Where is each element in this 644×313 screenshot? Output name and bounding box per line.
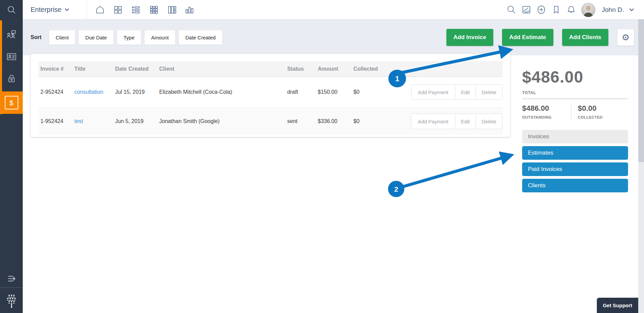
gear-icon: ⚙	[622, 33, 629, 42]
nav-paid-invoices-button[interactable]: Paid Invoices	[522, 162, 628, 176]
filter-band: Sort Client Due Date Type Amount Date Cr…	[23, 19, 644, 55]
column-header-amount: Amount	[316, 66, 351, 72]
sidebar-divider	[0, 288, 23, 288]
outstanding-label: OUTSTANDING	[522, 115, 571, 119]
sidebar-item-payments[interactable]: $	[0, 91, 23, 114]
outstanding-value: $486.00	[522, 104, 571, 113]
invoices-table: Invoice # Title Date Created Client Stat…	[31, 54, 510, 137]
summary-divider	[522, 98, 628, 100]
sort-bar: Sort Client Due Date Type Amount Date Cr…	[31, 30, 222, 45]
cell-client: Jonathan Smith (Google)	[157, 118, 285, 124]
sidebar-expand-button[interactable]	[0, 271, 23, 287]
sort-by-date-created-button[interactable]: Date Created	[179, 30, 222, 45]
get-support-button[interactable]: Get Support	[597, 298, 638, 313]
summary-nav: Invoices Estimates Paid Invoices Clients	[522, 130, 628, 192]
payments-icon: $	[5, 96, 18, 109]
search-icon[interactable]	[507, 5, 516, 15]
workspace-dropdown[interactable]: Enterprise	[31, 0, 69, 19]
add-payment-button[interactable]: Add Payment	[411, 85, 455, 100]
add-estimate-button[interactable]: Add Estimate	[502, 29, 553, 46]
cell-invoice-number: 1-952424	[38, 118, 72, 124]
cell-invoice-number: 2-952424	[38, 89, 72, 95]
bookmark-icon[interactable]	[551, 5, 561, 15]
add-clients-button[interactable]: Add Clients	[562, 29, 608, 46]
home-icon[interactable]	[94, 5, 106, 15]
cell-amount: $336.00	[316, 118, 351, 124]
app-window: $	[0, 0, 644, 313]
list-view-icon[interactable]	[130, 5, 142, 15]
cta-buttons: Add Invoice Add Estimate Add Clients ⚙	[446, 29, 634, 46]
sort-label: Sort	[31, 34, 41, 40]
total-label: TOTAL	[522, 90, 628, 95]
payments-icon-glyph: $	[10, 99, 14, 106]
grid-3x3-icon[interactable]	[148, 5, 160, 15]
notifications-bell-icon[interactable]	[566, 5, 576, 15]
cell-amount: $150.00	[316, 89, 351, 95]
topbar-divider	[87, 0, 87, 19]
vcita-logo	[0, 291, 23, 311]
user-menu[interactable]: John D.	[602, 6, 624, 14]
add-payment-button[interactable]: Add Payment	[411, 114, 455, 129]
edit-button[interactable]: Edit	[455, 85, 476, 100]
cell-status: draft	[285, 89, 316, 95]
collected-label: COLLECTED	[578, 115, 603, 119]
add-circle-icon[interactable]	[536, 5, 546, 15]
annotation-step-2: 2	[394, 185, 398, 193]
sidebar-search-button[interactable]	[0, 0, 23, 19]
cell-date-created: Jul 15, 2019	[113, 89, 157, 95]
search-icon	[7, 5, 16, 15]
row-action-group: Add Payment Edit Delete	[411, 84, 502, 100]
nav-estimates-button[interactable]: Estimates	[522, 146, 628, 160]
delete-button[interactable]: Delete	[476, 114, 502, 129]
cell-status: sent	[285, 118, 316, 124]
cell-date-created: Jun 5, 2019	[113, 118, 157, 124]
workspace-name: Enterprise	[31, 6, 61, 14]
invoice-title-link[interactable]: consultation	[74, 89, 103, 95]
table-header-row: Invoice # Title Date Created Client Stat…	[38, 61, 503, 77]
table-row: 2-952424 consultation Jul 15, 2019 Eliza…	[38, 77, 503, 107]
column-header-title: Title	[72, 66, 113, 72]
sort-by-client-button[interactable]: Client	[49, 30, 75, 45]
edit-button[interactable]: Edit	[455, 114, 476, 129]
sort-by-amount-button[interactable]: Amount	[144, 30, 176, 45]
sidebar: $	[0, 0, 23, 313]
settings-button[interactable]: ⚙	[617, 29, 634, 46]
sidebar-item-contacts[interactable]	[0, 48, 23, 66]
table-row: 1-952424 test Jun 5, 2019 Jonathan Smith…	[38, 107, 503, 135]
annotation-circle-2	[388, 181, 404, 197]
column-header-invoice: Invoice #	[38, 66, 72, 72]
chevron-down-icon[interactable]	[629, 8, 634, 12]
bar-chart-icon[interactable]	[184, 5, 195, 15]
topbar-right-cluster: John D.	[507, 0, 634, 19]
tasks-check-icon[interactable]	[521, 5, 531, 15]
chevron-down-icon	[65, 8, 69, 11]
column-header-collected: Collected	[351, 66, 389, 72]
total-value: $486.00	[522, 68, 628, 86]
sidebar-item-clients[interactable]	[0, 26, 23, 44]
top-bar: Enterprise	[23, 0, 644, 19]
column-header-date-created: Date Created	[113, 66, 157, 72]
nav-invoices-button[interactable]: Invoices	[522, 130, 628, 143]
invoice-title-link[interactable]: test	[74, 118, 83, 124]
column-header-client: Client	[157, 66, 285, 72]
cell-collected: $0	[351, 89, 389, 95]
grid-2x2-icon[interactable]	[112, 5, 124, 15]
sort-by-due-date-button[interactable]: Due Date	[78, 30, 113, 45]
contact-card-icon	[6, 52, 17, 62]
cell-collected: $0	[351, 118, 389, 124]
vertical-scrollbar-track[interactable]	[638, 19, 644, 313]
summary-stats: $486.00 OUTSTANDING $0.00 COLLECTED	[522, 104, 628, 121]
delete-button[interactable]: Delete	[476, 85, 502, 100]
columns-view-icon[interactable]	[166, 5, 178, 15]
nav-clients-button[interactable]: Clients	[522, 179, 628, 192]
collected-value: $0.00	[578, 104, 603, 113]
add-invoice-button[interactable]: Add Invoice	[446, 29, 493, 46]
summary-panel: $486.00 TOTAL $486.00 OUTSTANDING $0.00 …	[522, 68, 628, 192]
sidebar-item-security[interactable]	[0, 70, 23, 88]
sort-by-type-button[interactable]: Type	[117, 30, 142, 45]
avatar[interactable]	[581, 3, 595, 17]
clients-chat-icon	[6, 30, 17, 40]
row-action-group: Add Payment Edit Delete	[411, 114, 502, 129]
expand-arrow-icon	[6, 274, 17, 283]
vertical-scrollbar-thumb[interactable]	[638, 19, 644, 162]
